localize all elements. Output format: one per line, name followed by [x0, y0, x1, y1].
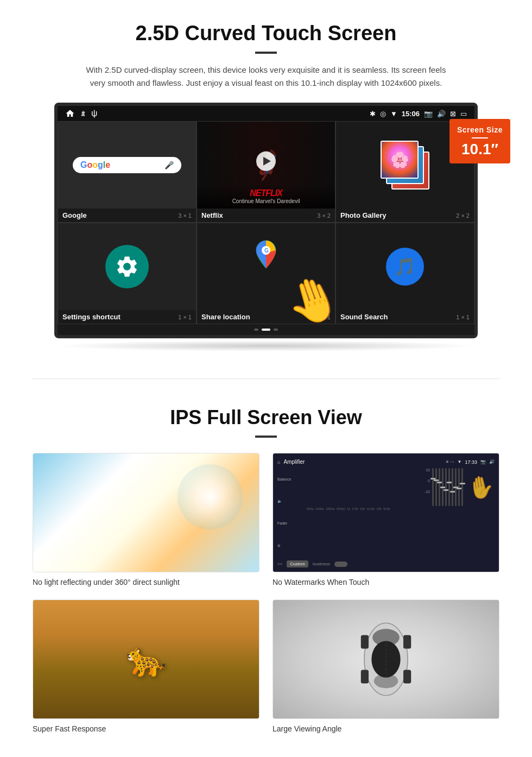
- ips-title-underline: [255, 436, 277, 438]
- amplifier-image-box: ⌂ Amplifier ≡ ⋯ ▼ 17:33 📷 🔊 Balance 🔈: [273, 453, 499, 572]
- section-divider: [33, 379, 499, 379]
- app-cell-share-location[interactable]: G 🤚 Share location 1 × 1: [197, 223, 335, 324]
- amp-time: 17:33: [465, 459, 477, 465]
- cheetah-emoji: 🐆: [126, 640, 167, 679]
- page-dots: [58, 324, 474, 335]
- device-mockup: Screen Size 10.1″ ψ ψ ✱ ◎ ▼ 15:06: [54, 103, 478, 338]
- bluetooth-icon: ✱: [370, 110, 376, 118]
- eq-bar-8: [455, 468, 457, 506]
- amplifier-caption: No Watermarks When Touch: [273, 578, 499, 586]
- amp-camera-icon: 📷: [480, 459, 486, 464]
- netflix-app-size: 3 × 2: [317, 212, 331, 219]
- svg-rect-10: [403, 670, 411, 684]
- netflix-subtitle: Continue Marvel's Daredevil: [201, 198, 331, 204]
- flower-image: 🌸: [382, 142, 417, 178]
- status-right-icons: ✱ ◎ ▼ 15:06 📷 🔊 ⊠ ▭: [370, 110, 467, 118]
- badge-divider: [472, 137, 488, 138]
- ips-grid: No light reflecting under 360° direct su…: [33, 453, 499, 733]
- app-cell-netflix[interactable]: 🦸 NETFLIX Continue Marvel's Daredevil: [197, 121, 335, 223]
- section1-description: With 2.5D curved-display screen, this de…: [81, 64, 451, 90]
- freq-labels: 60hz100hz200hz500hz1k2.5k10k12.5k15kSUB: [307, 507, 495, 510]
- svg-text:G: G: [264, 248, 269, 254]
- cheetah-caption: Super Fast Response: [33, 724, 259, 733]
- eq-bar-5: [445, 468, 447, 506]
- gallery-app-name: Photo Gallery: [340, 211, 387, 219]
- gallery-label-row: Photo Gallery 2 × 2: [336, 209, 474, 222]
- ips-item-amplifier: ⌂ Amplifier ≡ ⋯ ▼ 17:33 📷 🔊 Balance 🔈: [273, 453, 499, 586]
- google-app-size: 3 × 1: [178, 212, 192, 219]
- google-bg: Google 🎤: [58, 122, 196, 209]
- amp-scale: 10 0 -10: [296, 468, 495, 506]
- netflix-overlay: NETFLIX Continue Marvel's Daredevil: [197, 184, 335, 209]
- settings-bg: [58, 223, 196, 310]
- sunlight-image-box: [33, 453, 259, 572]
- google-app-name: Google: [62, 211, 87, 219]
- mic-icon: 🎤: [164, 161, 174, 169]
- settings-icon-circle: [105, 245, 149, 288]
- app-cell-google[interactable]: Google 🎤 Google 3 × 1: [58, 121, 197, 223]
- app-grid-row2: Settings shortcut 1 × 1: [58, 223, 474, 324]
- title-underline: [255, 52, 277, 54]
- share-location-bg: G 🤚: [197, 223, 335, 310]
- gear-icon: [115, 254, 140, 279]
- play-button[interactable]: [256, 152, 276, 171]
- battery-icon: ▭: [460, 110, 467, 118]
- eq-bar-1: [432, 468, 434, 506]
- screen-size-badge: Screen Size 10.1″: [449, 119, 510, 163]
- amp-bars-section: 10 0 -10: [296, 468, 495, 557]
- svg-rect-8: [403, 635, 411, 649]
- netflix-label-row: Netflix 3 × 2: [197, 209, 335, 222]
- svg-rect-7: [361, 635, 369, 649]
- sound-search-app-size: 1 × 1: [456, 314, 470, 320]
- fader-label: Fader: [277, 521, 293, 525]
- ips-item-car: Large Viewing Angle: [273, 600, 499, 733]
- sound-search-app-name: Sound Search: [340, 313, 388, 321]
- google-logo: Google: [80, 160, 110, 170]
- section1-title: 2.5D Curved Touch Screen: [33, 22, 499, 45]
- cheetah-image: 🐆: [33, 600, 259, 718]
- custom-button[interactable]: Custom: [287, 560, 308, 567]
- section-curved-touch: 2.5D Curved Touch Screen With 2.5D curve…: [0, 0, 532, 368]
- usb-symbol: ψ: [91, 109, 97, 118]
- car-top-view-svg: [353, 616, 419, 703]
- fader-icon: ≡: [277, 543, 293, 548]
- eq-bar-4: [442, 468, 444, 506]
- amp-menu-icon: ≡ ⋯: [446, 459, 454, 464]
- loudness-label: loudness: [313, 562, 330, 566]
- loudness-toggle[interactable]: [334, 562, 347, 567]
- maps-icon: G: [252, 239, 280, 275]
- ips-item-cheetah: 🐆 Super Fast Response: [33, 600, 259, 733]
- camera-icon: 📷: [424, 110, 433, 118]
- sunlight-caption: No light reflecting under 360° direct su…: [33, 578, 259, 586]
- google-search-bar[interactable]: Google 🎤: [73, 157, 181, 173]
- settings-app-name: Settings shortcut: [62, 313, 121, 321]
- car-caption: Large Viewing Angle: [273, 724, 499, 733]
- amp-volume-icon: 🔊: [489, 459, 495, 464]
- amp-home-icon: ⌂: [277, 459, 280, 465]
- touch-hand: ✋: [465, 472, 496, 502]
- eq-bar-6: [448, 468, 450, 506]
- amp-wifi-icon: ▼: [458, 459, 462, 464]
- car-image-box: [273, 600, 499, 719]
- ips-item-sunlight: No light reflecting under 360° direct su…: [33, 453, 259, 586]
- amp-side-labels: Balance 🔈 Fader ≡: [277, 468, 294, 557]
- volume-icon: 🔊: [437, 110, 446, 118]
- volume-ctrl-icon: 🔈: [277, 499, 293, 503]
- cheetah-image-box: 🐆: [33, 600, 259, 719]
- signal-icon: ⊠: [450, 110, 456, 118]
- sound-search-bg: 🎵: [336, 223, 474, 310]
- app-grid-row1: Google 🎤 Google 3 × 1: [58, 121, 474, 223]
- car-image: [273, 600, 499, 718]
- eq-bar-2: [435, 468, 437, 506]
- eq-handle-10: [460, 483, 465, 484]
- sunlight-image: [33, 453, 259, 572]
- badge-size: 10.1″: [457, 142, 503, 157]
- page-dot-3: [274, 329, 278, 331]
- app-cell-sound-search[interactable]: 🎵 Sound Search 1 × 1: [335, 223, 474, 324]
- netflix-logo: NETFLIX: [201, 188, 331, 198]
- eq-bars: ✋: [432, 468, 495, 506]
- app-cell-settings[interactable]: Settings shortcut 1 × 1: [58, 223, 197, 324]
- balance-label: Balance: [277, 477, 293, 481]
- amp-header: ⌂ Amplifier ≡ ⋯ ▼ 17:33 📷 🔊: [277, 458, 495, 466]
- netflix-bg: 🦸 NETFLIX Continue Marvel's Daredevil: [197, 122, 335, 209]
